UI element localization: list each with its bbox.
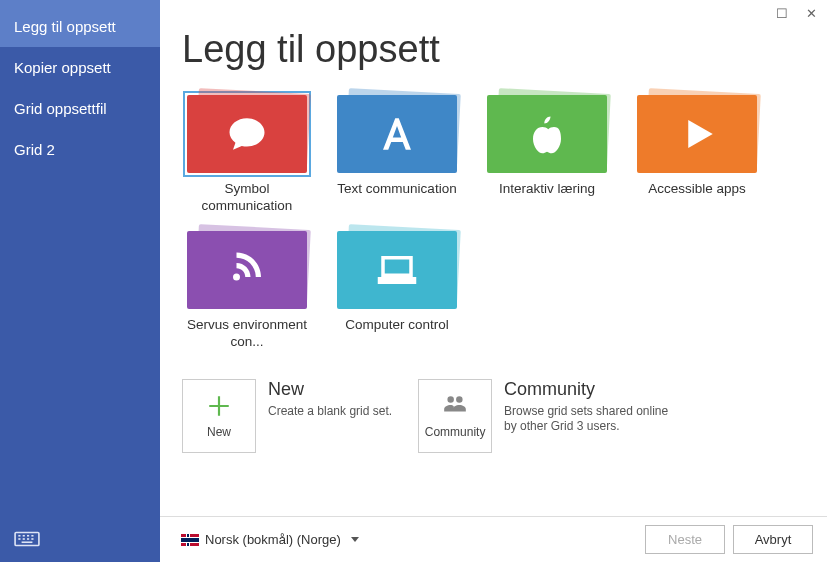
sidebar: Legg til oppsett Kopier oppsett Grid opp…	[0, 0, 160, 562]
sidebar-item-label: Kopier oppsett	[14, 59, 111, 76]
option-card-label: Community	[425, 425, 486, 439]
close-button[interactable]: ✕	[806, 6, 817, 21]
tile-label: Computer control	[332, 317, 462, 334]
option-new[interactable]: New New Create a blank grid set.	[182, 379, 392, 453]
signal-icon	[226, 249, 268, 291]
chevron-down-icon	[351, 537, 359, 542]
maximize-button[interactable]: ☐	[776, 6, 788, 21]
sidebar-item-add-gridset[interactable]: Legg til oppsett	[0, 0, 160, 47]
footer: Norsk (bokmål) (Norge) Neste Avbryt	[160, 516, 827, 562]
cancel-button[interactable]: Avbryt	[733, 525, 813, 554]
content: Legg til oppsett Symbol communication	[160, 0, 827, 516]
option-desc: Create a blank grid set.	[268, 404, 392, 420]
keyboard-icon[interactable]	[0, 519, 160, 562]
option-card-new: New	[182, 379, 256, 453]
option-community[interactable]: Community Community Browse grid sets sha…	[418, 379, 684, 453]
plus-icon	[206, 393, 232, 419]
language-select[interactable]: Norsk (bokmål) (Norge)	[174, 527, 366, 552]
tile-environment-control[interactable]: Servus environment con...	[182, 231, 312, 351]
sidebar-item-label: Grid oppsettfil	[14, 100, 107, 117]
tile-label: Servus environment con...	[182, 317, 312, 351]
flag-icon	[181, 534, 199, 546]
letter-a-icon	[376, 113, 418, 155]
tile-interactive-learning[interactable]: Interaktiv læring	[482, 95, 612, 215]
tile-accessible-apps[interactable]: Accessible apps	[632, 95, 762, 215]
titlebar: ☐ ✕	[776, 6, 817, 21]
option-title: New	[268, 379, 392, 400]
option-card-community: Community	[418, 379, 492, 453]
sidebar-item-grid2[interactable]: Grid 2	[0, 129, 160, 170]
play-icon	[676, 113, 718, 155]
apple-icon	[526, 113, 568, 155]
tile-computer-control[interactable]: Computer control	[332, 231, 462, 351]
option-title: Community	[504, 379, 684, 400]
sidebar-item-label: Legg til oppsett	[14, 18, 116, 35]
tile-label: Interaktiv læring	[482, 181, 612, 198]
next-button[interactable]: Neste	[645, 525, 725, 554]
options-row: New New Create a blank grid set. Communi…	[182, 379, 805, 453]
tile-text-communication[interactable]: Text communication	[332, 95, 462, 215]
tile-label: Text communication	[332, 181, 462, 198]
page-title: Legg til oppsett	[182, 28, 805, 71]
main: ☐ ✕ Legg til oppsett Symbol communicatio…	[160, 0, 827, 562]
sidebar-item-gridset-file[interactable]: Grid oppsettfil	[0, 88, 160, 129]
laptop-icon	[376, 249, 418, 291]
tile-symbol-communication[interactable]: Symbol communication	[182, 95, 312, 215]
option-desc: Browse grid sets shared online by other …	[504, 404, 684, 435]
option-card-label: New	[207, 425, 231, 439]
sidebar-item-label: Grid 2	[14, 141, 55, 158]
speech-icon	[226, 113, 268, 155]
tile-label: Symbol communication	[182, 181, 312, 215]
tile-grid: Symbol communication Text communication	[182, 95, 805, 351]
tile-label: Accessible apps	[632, 181, 762, 198]
language-label: Norsk (bokmål) (Norge)	[205, 532, 341, 547]
sidebar-item-copy-gridset[interactable]: Kopier oppsett	[0, 47, 160, 88]
users-icon	[442, 393, 468, 419]
